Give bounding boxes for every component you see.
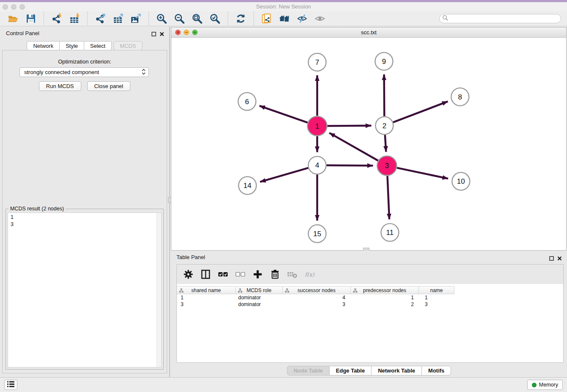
edge-4-3[interactable]: [327, 166, 373, 166]
edge-1-2[interactable]: [328, 126, 372, 126]
import-network-icon[interactable]: [50, 12, 63, 25]
tab-select[interactable]: Select: [84, 41, 112, 50]
tab-edge-table[interactable]: Edge Table: [329, 366, 372, 375]
node-9[interactable]: 9: [375, 52, 393, 70]
show-graphics-details-icon[interactable]: [314, 12, 326, 25]
home-icon[interactable]: [278, 12, 291, 25]
node-3[interactable]: 3: [377, 156, 396, 175]
cell-MCDS-role[interactable]: dominator: [236, 301, 284, 308]
deselect-all-checks-icon[interactable]: [235, 269, 246, 280]
import-table-icon[interactable]: [68, 12, 81, 25]
settings-gear-icon[interactable]: [183, 269, 194, 280]
network-window-titlebar[interactable]: scc.txt: [171, 28, 566, 38]
add-row-icon[interactable]: [252, 269, 263, 280]
network-canvas[interactable]: 7968124314101511: [171, 38, 566, 250]
node-6[interactable]: 6: [238, 93, 256, 110]
cell-successor-nodes[interactable]: 3: [284, 301, 352, 308]
close-panel-icon[interactable]: [160, 30, 164, 38]
cell-name[interactable]: 3: [421, 301, 457, 308]
zoom-out-icon[interactable]: [173, 12, 186, 25]
edge-2-3[interactable]: [385, 135, 386, 152]
control-panel-title: Control Panel: [6, 30, 39, 36]
node-11[interactable]: 11: [381, 224, 399, 241]
show-columns-icon[interactable]: [200, 269, 211, 280]
tab-network-table[interactable]: Network Table: [371, 366, 422, 375]
node-15[interactable]: 15: [308, 225, 326, 243]
tab-node-table[interactable]: Node Table: [287, 366, 330, 375]
svg-text:7: 7: [315, 58, 319, 66]
tab-motifs[interactable]: Motifs: [421, 366, 451, 375]
column-header-shared-name[interactable]: shared name: [176, 286, 236, 294]
edge-3-1[interactable]: [329, 133, 378, 161]
table-row[interactable]: 3dominator323: [177, 301, 563, 308]
zoom-in-icon[interactable]: [155, 12, 168, 25]
edge-2-8[interactable]: [393, 102, 448, 122]
cell-successor-nodes[interactable]: 4: [284, 294, 352, 301]
run-mcds-button[interactable]: Run MCDS: [39, 81, 81, 91]
export-network-icon[interactable]: [94, 12, 107, 25]
main-toolbar: [0, 11, 567, 26]
node-10[interactable]: 10: [452, 172, 470, 190]
cell-predecessor-nodes[interactable]: 1: [352, 294, 421, 301]
column-header-successor-nodes[interactable]: successor nodes: [282, 286, 351, 294]
result-scrollbar[interactable]: [157, 213, 161, 367]
select-all-checks-icon[interactable]: [217, 269, 228, 280]
delete-row-icon[interactable]: [270, 269, 281, 280]
close-panel-icon[interactable]: [557, 255, 562, 262]
mcds-result-area[interactable]: 1 3: [8, 213, 162, 367]
column-header-predecessor-nodes[interactable]: predecessor nodes: [350, 286, 419, 294]
node-1[interactable]: 1: [308, 116, 327, 136]
zoom-selected-icon[interactable]: [209, 12, 221, 25]
cell-name[interactable]: 1: [421, 294, 457, 301]
delete-column-icon: [287, 269, 298, 280]
node-8[interactable]: 8: [451, 88, 469, 106]
edge-3-11[interactable]: [388, 176, 390, 219]
edge-1-6[interactable]: [259, 106, 308, 123]
save-session-icon[interactable]: [25, 12, 37, 25]
column-header-MCDS-role[interactable]: MCDS role: [235, 286, 283, 294]
show-panels-button[interactable]: [4, 380, 17, 390]
node-4[interactable]: 4: [308, 156, 326, 174]
network-window-title: scc.txt: [361, 29, 377, 36]
minimize-view-button: [184, 30, 189, 35]
search-icon: [442, 15, 449, 23]
search-box[interactable]: [439, 14, 561, 23]
criterion-dropdown[interactable]: strongly connected component: [19, 67, 149, 77]
tree-view-icon: [179, 288, 184, 294]
zoom-view-button: [192, 30, 198, 35]
svg-text:9: 9: [382, 58, 386, 66]
tab-style[interactable]: Style: [59, 41, 84, 50]
edge-2-9[interactable]: [384, 75, 385, 116]
hide-graphics-details-icon[interactable]: [296, 12, 308, 25]
mcds-result-text: 1 3: [8, 213, 156, 367]
edge-4-14[interactable]: [260, 168, 308, 182]
svg-text:2: 2: [383, 122, 386, 130]
float-panel-icon[interactable]: [151, 30, 156, 38]
node-14[interactable]: 14: [239, 177, 256, 194]
cell-shared-name[interactable]: 1: [177, 294, 236, 301]
close-panel-button[interactable]: Close panel: [87, 81, 131, 91]
search-input[interactable]: [449, 14, 561, 23]
svg-text:3: 3: [385, 162, 389, 170]
zoom-fit-icon[interactable]: [191, 12, 204, 25]
node-7[interactable]: 7: [308, 53, 326, 71]
refresh-icon[interactable]: [234, 12, 247, 25]
status-bar: Memory: [0, 377, 567, 392]
tab-mcds[interactable]: MCDS: [113, 41, 142, 50]
export-image-icon[interactable]: [129, 12, 142, 25]
cell-predecessor-nodes[interactable]: 2: [352, 301, 421, 308]
node-2[interactable]: 2: [375, 117, 393, 135]
cell-MCDS-role[interactable]: dominator: [236, 294, 284, 301]
tab-network[interactable]: Network: [27, 41, 60, 50]
control-panel-tabs: NetworkStyleSelectMCDS: [0, 41, 169, 50]
table-row[interactable]: 1dominator411: [177, 294, 563, 301]
float-panel-icon[interactable]: [549, 255, 554, 262]
table-body: 1dominator4113dominator323: [177, 294, 563, 308]
column-header-name[interactable]: name: [418, 286, 454, 294]
new-network-from-selection-icon[interactable]: [260, 12, 273, 25]
open-session-icon[interactable]: [7, 12, 19, 25]
cell-shared-name[interactable]: 3: [177, 301, 236, 308]
export-table-icon[interactable]: [112, 12, 124, 25]
memory-button[interactable]: Memory: [527, 380, 563, 390]
edge-3-10[interactable]: [397, 168, 448, 179]
